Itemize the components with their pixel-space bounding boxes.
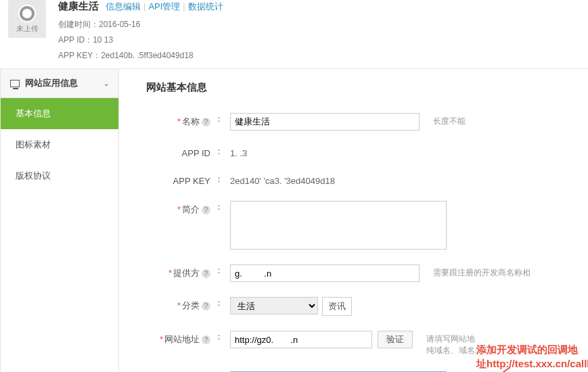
verify-button[interactable]: 验证	[378, 331, 413, 348]
hint-siteurl: 请填写网站地纯域名、域名:	[426, 331, 477, 356]
sidebar-item-basic[interactable]: 基本信息	[1, 98, 118, 129]
link-stats[interactable]: 数据统计	[188, 1, 223, 11]
hint-name: 长度不能	[433, 113, 466, 127]
appid-value: 1. .3	[230, 145, 247, 158]
sidebar-header-label: 网站应用信息	[25, 77, 78, 89]
avatar-placeholder: 未上传	[8, 0, 46, 38]
app-header: 未上传 健康生活 信息编辑|API管理|数据统计 创建时间：2016-05-16…	[0, 0, 588, 69]
label-provider: 提供方	[173, 268, 200, 278]
intro-input[interactable]	[230, 201, 447, 250]
sidebar: 网站应用信息 ⌄ 基本信息 图标素材 版权协议	[0, 69, 119, 372]
help-icon[interactable]: ?	[202, 269, 210, 278]
main-panel: 网站基本信息 *名称? ： 长度不能 APP ID ： 1. .3 APP KE…	[119, 69, 588, 372]
chevron-down-icon: ⌄	[104, 80, 109, 87]
header-info: 健康生活 信息编辑|API管理|数据统计 创建时间：2016-05-16 APP…	[58, 0, 588, 63]
app-title: 健康生活	[58, 0, 99, 13]
sidebar-item-icons[interactable]: 图标素材	[1, 129, 118, 160]
help-icon[interactable]: ?	[202, 335, 210, 344]
avatar-icon	[18, 5, 36, 22]
hint-provider: 需要跟注册的开发商名称相	[433, 264, 530, 279]
name-input[interactable]	[230, 113, 420, 131]
label-siteurl: 网站地址	[164, 334, 200, 344]
sidebar-header[interactable]: 网站应用信息 ⌄	[1, 69, 118, 98]
monitor-icon	[10, 80, 20, 87]
appkey-value: 2ed140' 'ca3. '3ed4049d18	[230, 173, 335, 186]
help-icon[interactable]: ?	[202, 118, 210, 126]
label-name: 名称	[182, 116, 200, 126]
help-icon[interactable]: ?	[202, 302, 210, 310]
link-api[interactable]: API管理	[148, 1, 180, 11]
category-select[interactable]: 生活	[230, 297, 318, 315]
callout-annotation: 添加开发调试的回调地址http://test.xxx.cn/callback.p…	[476, 342, 588, 371]
category-tag[interactable]: 资讯	[322, 297, 352, 316]
sidebar-item-license[interactable]: 版权协议	[1, 160, 118, 191]
header-meta: 创建时间：2016-05-16 APP ID：10 13 APP KEY：2ed…	[58, 17, 588, 63]
siteurl-input[interactable]	[230, 331, 372, 348]
provider-input[interactable]	[230, 264, 420, 282]
section-title: 网站基本信息	[146, 81, 588, 94]
help-icon[interactable]: ?	[202, 206, 210, 214]
label-appkey: APP KEY	[173, 176, 210, 186]
label-appid: APP ID	[182, 148, 210, 158]
header-links: 信息编辑|API管理|数据统计	[106, 1, 223, 13]
link-edit[interactable]: 信息编辑	[106, 1, 141, 11]
label-category: 分类	[182, 300, 200, 310]
label-intro: 简介	[182, 204, 200, 214]
avatar-label: 未上传	[16, 24, 39, 34]
